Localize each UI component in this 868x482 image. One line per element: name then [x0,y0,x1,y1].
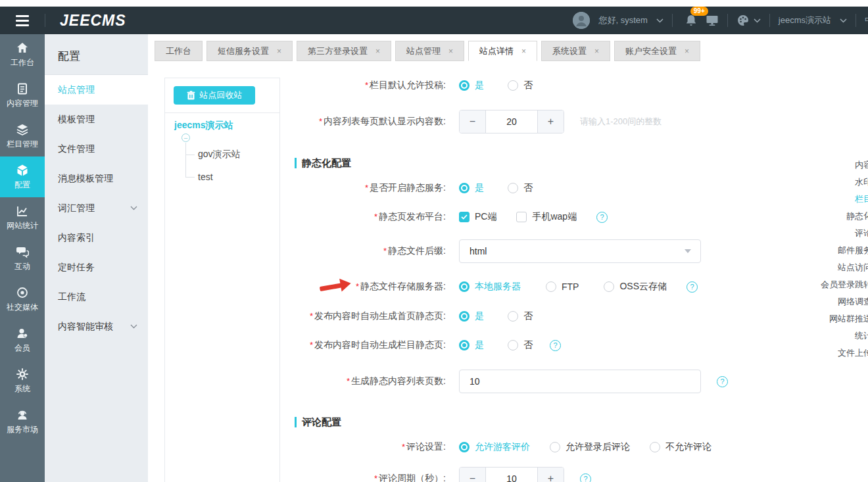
tree-collapse-icon[interactable]: − [181,133,190,142]
member-icon [16,327,29,340]
radio-yes[interactable]: 是 [459,310,484,322]
radio-yes[interactable]: 是 [459,339,484,351]
tab-system-settings[interactable]: 系统设置 × [541,41,610,61]
tab-site-details[interactable]: 站点详情 × [468,41,537,61]
anchor-site-access[interactable]: 站点访问 [800,259,868,276]
sidebar-item-vocabulary[interactable]: 词汇管理 [45,193,148,223]
sidebar-item-workflow[interactable]: 工作流 [45,282,148,312]
tab-thirdparty-login[interactable]: 第三方登录设置 × [297,41,391,61]
tree-node-root[interactable]: jeecms演示站 [174,120,233,132]
radio-icon [459,311,470,322]
rail-item-content[interactable]: 内容管理 [0,75,45,116]
radio-local-server[interactable]: 本地服务器 [459,281,521,293]
tab-site-management[interactable]: 站点管理 × [395,41,464,61]
sidebar-item-ai-review[interactable]: 内容智能审核 [45,312,148,341]
radio-guest-comment[interactable]: 允许游客评价 [459,441,530,453]
stepper-value[interactable]: 10 [486,468,537,482]
anchor-statistics[interactable]: 统计 [800,327,868,345]
checkbox-wap[interactable]: 手机wap端 [516,211,577,223]
language-switcher[interactable]: 中 [865,14,868,26]
radio-yes[interactable]: 是 [459,80,484,91]
radio-ftp[interactable]: FTP [546,281,579,292]
tab-account-security[interactable]: 账户安全设置 × [614,41,700,61]
rail-item-interact[interactable]: 互动 [0,238,45,279]
nav-rail: 工作台 内容管理 栏目管理 配置 网站统计 互动 [0,34,45,482]
close-icon[interactable]: × [448,47,453,56]
radio-no[interactable]: 否 [508,80,533,91]
anchor-survey[interactable]: 网络调查 [800,293,868,310]
help-icon[interactable]: ? [687,281,698,293]
close-icon[interactable]: × [685,47,689,56]
stepper-decrease-button[interactable]: − [460,468,486,482]
stepper-value[interactable]: 20 [486,110,537,133]
tree-node-child[interactable]: gov演示站 [198,149,241,160]
close-icon[interactable]: × [277,47,281,56]
sidebar-item-scheduled-tasks[interactable]: 定时任务 [45,253,148,282]
radio-oss[interactable]: OSS云存储 [604,281,667,293]
help-icon[interactable]: ? [717,376,728,387]
notification-badge: 99+ [690,7,708,16]
topbar-divider [727,14,728,27]
radio-icon [459,281,470,292]
theme-button[interactable] [736,14,761,27]
menu-toggle-icon[interactable] [0,15,45,26]
stepper-increase-button[interactable]: + [537,468,564,482]
user-avatar[interactable] [573,12,590,29]
chevron-down-icon[interactable] [656,18,663,23]
help-icon[interactable]: ? [580,473,591,482]
anchor-channel[interactable]: 栏目 [800,191,868,208]
static-pages-input[interactable] [459,370,701,393]
rail-item-member[interactable]: 会员 [0,320,45,360]
radio-no[interactable]: 否 [508,182,533,194]
close-icon[interactable]: × [375,47,380,56]
close-icon[interactable]: × [521,47,526,56]
help-icon[interactable]: ? [550,340,561,351]
radio-no[interactable]: 否 [508,339,533,351]
radio-yes[interactable]: 是 [459,182,484,194]
anchor-site-push[interactable]: 网站群推送 [800,310,868,327]
anchor-watermark[interactable]: 水印 [800,174,868,191]
palette-icon [736,14,750,27]
sidebar-item-file-management[interactable]: 文件管理 [45,134,148,164]
topbar-divider [672,14,673,27]
radio-login-comment[interactable]: 允许登录后评论 [550,441,630,453]
notifications-button[interactable]: 99+ [685,14,697,27]
rail-item-channel[interactable]: 栏目管理 [0,116,45,157]
rail-item-stats[interactable]: 网站统计 [0,197,45,238]
user-greeting[interactable]: 您好, system [598,14,647,26]
section-comment-config: 评论配置 [295,415,868,429]
tree-node-child[interactable]: test [198,172,213,182]
anchor-content[interactable]: 内容 [800,157,868,174]
rail-item-market[interactable]: 服务市场 [0,401,45,442]
chevron-down-icon[interactable] [840,18,847,23]
anchor-file-upload[interactable]: 文件上传 [800,345,868,362]
rail-item-social[interactable]: 社交媒体 [0,279,45,320]
rail-item-config[interactable]: 配置 [0,157,45,197]
rail-item-workbench[interactable]: 工作台 [0,34,45,75]
close-icon[interactable]: × [594,47,599,56]
sidebar-item-content-index[interactable]: 内容索引 [45,223,148,253]
sidebar-item-site-management[interactable]: 站点管理 [45,75,148,105]
anchor-member-redirect[interactable]: 会员登录跳转 [800,276,868,293]
site-switcher[interactable]: jeecms演示站 [779,14,831,26]
checkbox-pc[interactable]: PC端 [459,211,496,223]
radio-no-comment[interactable]: 不允许评论 [650,441,711,453]
topbar-divider [45,14,45,27]
tab-sms-settings[interactable]: 短信服务设置 × [206,41,293,61]
help-icon[interactable]: ? [596,212,608,223]
sidebar-item-message-template[interactable]: 消息模板管理 [45,164,148,193]
stepper-decrease-button[interactable]: − [460,110,486,133]
tab-workbench[interactable]: 工作台 [155,41,203,61]
anchor-mail[interactable]: 邮件服务 [800,242,868,259]
chat-bubbles-icon [16,245,29,258]
stepper-increase-button[interactable]: + [537,110,564,133]
monitor-icon[interactable] [706,14,719,27]
anchor-static[interactable]: 静态化 [800,208,868,225]
site-recycle-button[interactable]: 站点回收站 [174,86,255,105]
anchor-comment[interactable]: 评论 [800,225,868,242]
radio-no[interactable]: 否 [508,310,533,322]
static-suffix-select[interactable]: html [459,239,701,263]
form-row-auto-channel: *发布内容时自动生成栏目静态页: 是 否 ? [280,333,868,357]
sidebar-item-template-management[interactable]: 模板管理 [45,105,148,134]
rail-item-system[interactable]: 系统 [0,360,45,401]
